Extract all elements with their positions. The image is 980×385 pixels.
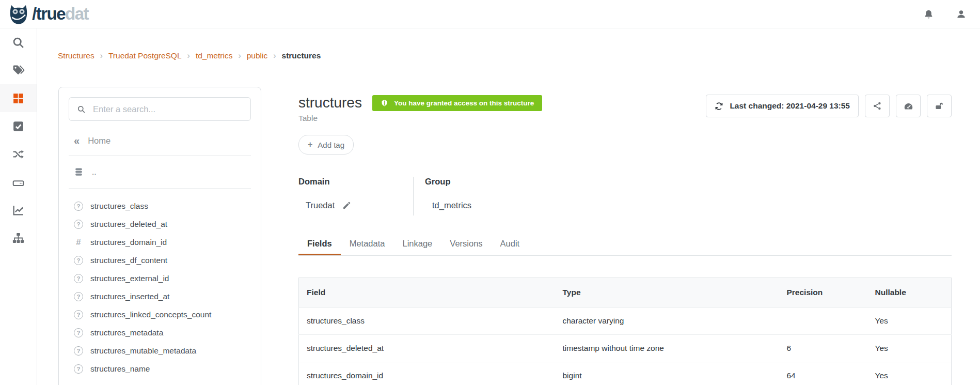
question-circle-icon: ?: [74, 364, 83, 374]
tree-item-label: structures_deleted_at: [90, 220, 167, 229]
field-type: bigint: [555, 362, 779, 385]
tree-home-link[interactable]: « Home: [74, 135, 251, 147]
gauge-icon: [904, 101, 913, 111]
nav-systems[interactable]: [0, 168, 37, 196]
grid-icon: [12, 92, 25, 105]
table-row: structures_deleted_at timestamp without …: [299, 335, 952, 362]
nav-dashboards[interactable]: [0, 196, 37, 224]
field-link[interactable]: structures_deleted_at: [299, 335, 555, 362]
tree-search-box[interactable]: [69, 97, 251, 121]
tree-item-structures_deleted_at[interactable]: ? structures_deleted_at: [74, 215, 251, 233]
search-icon: [77, 105, 86, 114]
tree-item-label: structures_df_content: [90, 256, 167, 265]
field-tree-list: ? structures_class ? structures_deleted_…: [69, 197, 251, 378]
detail-tabs: Fields Metadata Linkage Versions Audit: [298, 239, 952, 256]
breadcrumb-link[interactable]: Structures: [58, 51, 94, 60]
sitemap-icon: [12, 232, 25, 244]
shield-icon: [381, 99, 388, 107]
add-tag-label: Add tag: [318, 141, 344, 149]
tree-item-structures_external_id[interactable]: ? structures_external_id: [74, 269, 251, 287]
breadcrumb-link[interactable]: td_metrics: [196, 51, 233, 60]
refresh-icon: [715, 102, 723, 111]
group-label: Group: [425, 177, 952, 187]
tab-audit[interactable]: Audit: [492, 239, 529, 255]
question-circle-icon: ?: [74, 292, 83, 301]
table-row: structures_domain_id bigint 64 Yes: [299, 362, 952, 385]
field-nullable: Yes: [867, 335, 952, 362]
question-circle-icon: ?: [74, 220, 83, 229]
hard-drive-icon: [12, 176, 25, 189]
access-badge-label: You have granted access on this structur…: [394, 99, 534, 107]
tree-item-structures_metadata[interactable]: ? structures_metadata: [74, 324, 251, 342]
chevron-right-icon: ›: [273, 51, 276, 60]
last-changed-label: Last changed: 2021-04-29 13:55: [730, 101, 850, 111]
owl-logo-icon: [7, 3, 30, 25]
chevrons-left-icon: «: [74, 135, 80, 147]
nav-tags[interactable]: [0, 56, 37, 84]
divider: [69, 155, 251, 156]
tree-item-structures_class[interactable]: ? structures_class: [74, 197, 251, 215]
group-value: td_metrics: [432, 201, 471, 210]
question-circle-icon: ?: [74, 274, 83, 283]
bell-icon[interactable]: [923, 9, 934, 20]
plus-icon: +: [308, 140, 312, 149]
tree-item-label: structures_domain_id: [90, 238, 167, 247]
tree-item-structures_inserted_at[interactable]: ? structures_inserted_at: [74, 287, 251, 305]
breadcrumb-link[interactable]: Truedat PostgreSQL: [108, 51, 182, 60]
chart-line-icon: [12, 204, 25, 217]
chevron-right-icon: ›: [100, 51, 103, 60]
tree-item-structures_domain_id[interactable]: # structures_domain_id: [74, 233, 251, 251]
nav-quality[interactable]: [0, 112, 37, 140]
last-changed-button[interactable]: Last changed: 2021-04-29 13:55: [706, 95, 859, 117]
breadcrumb: Structures › Truedat PostgreSQL › td_met…: [58, 51, 321, 60]
tree-item-structures_name[interactable]: ? structures_name: [74, 360, 251, 378]
chevron-right-icon: ›: [238, 51, 241, 60]
tree-item-label: structures_mutable_metadata: [90, 346, 196, 356]
nav-rail: [0, 28, 37, 385]
unlock-button[interactable]: [927, 95, 952, 117]
nav-lineage[interactable]: [0, 140, 37, 168]
table-header-row: Field Type Precision Nullable: [299, 278, 952, 307]
user-icon[interactable]: [956, 9, 967, 20]
tree-item-label: structures_linked_concepts_count: [90, 310, 211, 319]
tree-item-structures_mutable_metadata[interactable]: ? structures_mutable_metadata: [74, 342, 251, 360]
nav-taxonomy[interactable]: [0, 224, 37, 252]
profiling-button[interactable]: [896, 95, 921, 117]
truedat-logo[interactable]: /truedat: [7, 3, 88, 25]
tree-item-label: structures_metadata: [90, 328, 163, 337]
tree-item-structures_linked_concepts_count[interactable]: ? structures_linked_concepts_count: [74, 305, 251, 324]
col-header-field: Field: [299, 278, 555, 307]
hash-icon: #: [74, 237, 83, 248]
field-type: character varying: [555, 307, 779, 335]
parent-label: ..: [92, 167, 96, 176]
tree-parent-link[interactable]: ..: [74, 164, 251, 180]
tree-item-label: structures_inserted_at: [90, 292, 169, 301]
field-link[interactable]: structures_class: [299, 307, 555, 335]
tab-metadata[interactable]: Metadata: [341, 239, 394, 255]
field-nullable: Yes: [867, 307, 952, 335]
add-tag-button[interactable]: + Add tag: [298, 135, 354, 155]
divider: [69, 188, 251, 189]
tab-fields[interactable]: Fields: [298, 239, 341, 255]
question-circle-icon: ?: [74, 256, 83, 265]
field-link[interactable]: structures_domain_id: [299, 362, 555, 385]
unlock-icon: [935, 101, 944, 111]
field-precision: [779, 307, 867, 335]
col-header-type: Type: [555, 278, 779, 307]
structure-actions: Last changed: 2021-04-29 13:55: [706, 95, 952, 117]
breadcrumb-link[interactable]: public: [247, 51, 268, 60]
tree-item-structures_df_content[interactable]: ? structures_df_content: [74, 251, 251, 269]
question-circle-icon: ?: [74, 310, 83, 319]
field-precision: 6: [779, 335, 867, 362]
structure-tree-panel: « Home .. ? structures_class ? structure…: [58, 87, 261, 385]
tree-search-input[interactable]: [93, 104, 243, 114]
tab-linkage[interactable]: Linkage: [393, 239, 441, 255]
nav-structures[interactable]: [0, 84, 37, 112]
nav-search[interactable]: [0, 28, 37, 56]
edit-domain-button[interactable]: [342, 201, 351, 210]
col-header-precision: Precision: [779, 278, 867, 307]
question-circle-icon: ?: [74, 328, 83, 337]
share-button[interactable]: [865, 95, 890, 117]
fields-table: Field Type Precision Nullable structures…: [298, 278, 952, 385]
tab-versions[interactable]: Versions: [441, 239, 491, 255]
